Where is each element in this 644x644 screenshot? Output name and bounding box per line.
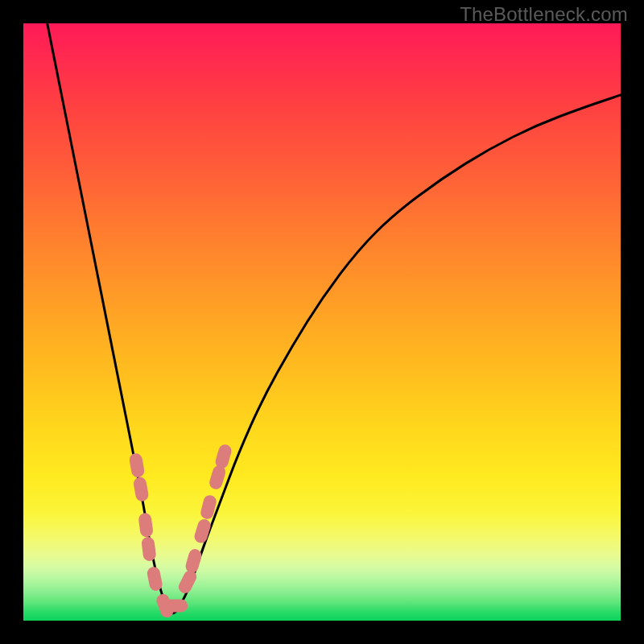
curve-marker — [184, 547, 204, 574]
chart-svg — [23, 23, 621, 621]
curve-marker — [138, 512, 154, 538]
curve-marker — [133, 477, 150, 502]
curve-marker — [208, 464, 227, 490]
chart-area — [23, 23, 621, 621]
curve-marker — [146, 566, 163, 592]
curve-marker — [129, 452, 146, 478]
curve-marker — [163, 599, 188, 612]
curve-marker — [141, 536, 157, 562]
watermark-text: TheBottleneck.com — [460, 3, 628, 26]
marker-layer — [129, 443, 233, 619]
curve-marker — [214, 443, 233, 469]
curve-layer — [47, 23, 621, 613]
bottleneck-curve — [47, 23, 621, 613]
